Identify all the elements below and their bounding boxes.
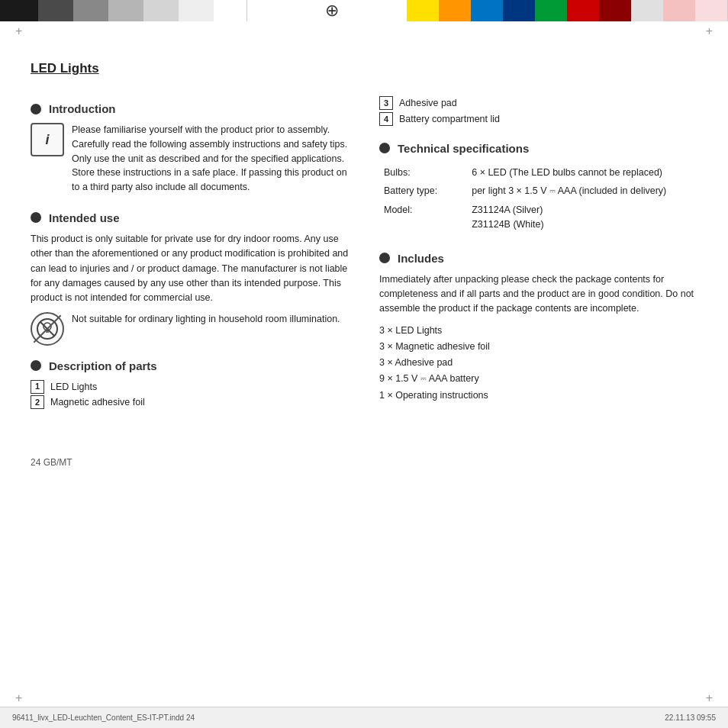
part-item-2: 2 Magnetic adhesive foil — [31, 395, 349, 410]
spec-label-model: Model: — [381, 201, 467, 234]
no-symbol-icon — [31, 312, 64, 346]
color-darkgray — [38, 0, 73, 21]
bullet-intended-use — [31, 212, 41, 223]
bullet-introduction — [31, 104, 41, 114]
color-lightpink — [663, 0, 695, 21]
spec-value-battery: per light 3 × 1.5 V ⎓ AAA (included in d… — [469, 182, 696, 200]
includes-item-3: 3 × Adhesive pad — [379, 355, 697, 371]
info-icon: i — [31, 123, 64, 156]
introduction-info-box: i Please familiarise yourself with the p… — [31, 123, 349, 201]
part-num-2: 2 — [31, 395, 44, 409]
section-tech-specs-heading: Technical specifications — [379, 142, 697, 155]
color-darkblue — [503, 0, 535, 21]
color-pink — [695, 0, 727, 21]
part-label-1: LED Lights — [50, 380, 97, 395]
color-midgray — [73, 0, 108, 21]
svg-point-0 — [37, 319, 57, 339]
color-darkred — [599, 0, 631, 21]
svg-line-1 — [40, 322, 54, 336]
crosshair-top-center: ⊕ — [325, 1, 339, 21]
corner-mark-tl: + — [15, 24, 22, 38]
spec-table: Bulbs: 6 × LED (The LED bulbs cannot be … — [379, 163, 697, 235]
spec-label-bulbs: Bulbs: — [381, 164, 467, 182]
warning-box: Not suitable for ordinary lighting in ho… — [31, 312, 349, 346]
bottom-bar-right: 22.11.13 09:55 — [665, 714, 716, 722]
spec-row-bulbs: Bulbs: 6 × LED (The LED bulbs cannot be … — [381, 164, 696, 182]
top-bar-right-colors — [407, 0, 728, 21]
section-includes-heading: Includes — [379, 252, 697, 265]
spec-row-model: Model: Z31124A (Silver)Z31124B (White) — [381, 201, 696, 234]
part-num-4: 4 — [379, 112, 393, 126]
includes-item-4: 9 × 1.5 V ⎓ AAA battery — [379, 371, 697, 387]
color-orange — [439, 0, 471, 21]
introduction-text: Please familiarise yourself with the pro… — [72, 123, 349, 195]
corner-mark-tr: + — [706, 24, 713, 38]
page-number: 24 GB/MT — [31, 456, 349, 470]
section-parts-heading: Description of parts — [31, 359, 349, 372]
page-number-area: 24 GB/MT — [31, 456, 349, 470]
color-red — [567, 0, 599, 21]
includes-item-5: 1 × Operating instructions — [379, 388, 697, 404]
parts-list: 1 LED Lights 2 Magnetic adhesive foil — [31, 380, 349, 411]
intended-use-text: This product is only suitable for privat… — [31, 232, 349, 306]
spec-label-battery: Battery type: — [381, 182, 467, 200]
color-black — [0, 0, 38, 21]
parts-title: Description of parts — [49, 359, 157, 372]
color-blue — [471, 0, 503, 21]
color-white — [214, 0, 247, 21]
color-yellow — [407, 0, 439, 21]
color-palesilver — [631, 0, 663, 21]
section-introduction-heading: Introduction — [31, 102, 349, 115]
top-bar-left-colors — [0, 0, 258, 21]
color-verylightgray — [179, 0, 214, 21]
bottom-bar: 96411_livx_LED-Leuchten_Content_ES-IT-PT… — [0, 707, 728, 728]
part-label-3: Adhesive pad — [399, 96, 457, 111]
page-title: LED Lights — [31, 61, 697, 76]
parts-list-right: 3 Adhesive pad 4 Battery compartment lid — [379, 96, 697, 127]
color-lightgray — [108, 0, 143, 21]
part-item-1: 1 LED Lights — [31, 380, 349, 395]
no-lighting-icon-svg — [36, 317, 59, 340]
includes-item-1: 3 × LED Lights — [379, 323, 697, 339]
top-color-bar: ⊕ — [0, 0, 728, 21]
bullet-includes — [379, 253, 390, 263]
spec-row-battery: Battery type: per light 3 × 1.5 V ⎓ AAA … — [381, 182, 696, 200]
tech-specs-title: Technical specifications — [398, 142, 529, 155]
part-label-2: Magnetic adhesive foil — [50, 395, 145, 410]
part-num-1: 1 — [31, 380, 44, 394]
spec-value-model: Z31124A (Silver)Z31124B (White) — [469, 201, 696, 234]
part-num-3: 3 — [379, 96, 393, 110]
bottom-bar-left: 96411_livx_LED-Leuchten_Content_ES-IT-PT… — [12, 714, 195, 722]
intended-use-title: Intended use — [49, 211, 120, 224]
warning-text: Not suitable for ordinary lighting in ho… — [72, 312, 340, 327]
color-green — [535, 0, 567, 21]
introduction-title: Introduction — [49, 102, 115, 115]
spec-value-bulbs: 6 × LED (The LED bulbs cannot be replace… — [469, 164, 696, 182]
part-item-4: 4 Battery compartment lid — [379, 112, 697, 127]
top-bar-center: ⊕ — [258, 0, 407, 21]
color-silvergray — [143, 0, 179, 21]
two-column-layout: Introduction i Please familiarise yourse… — [31, 92, 697, 476]
section-intended-use-heading: Intended use — [31, 211, 349, 224]
left-column: Introduction i Please familiarise yourse… — [31, 92, 349, 476]
part-label-4: Battery compartment lid — [399, 112, 500, 127]
part-item-3: 3 Adhesive pad — [379, 96, 697, 111]
includes-title: Includes — [398, 252, 444, 265]
bullet-tech-specs — [379, 143, 390, 153]
includes-list: 3 × LED Lights 3 × Magnetic adhesive foi… — [379, 323, 697, 404]
includes-intro: Immediately after unpacking please check… — [379, 272, 697, 317]
includes-item-2: 3 × Magnetic adhesive foil — [379, 339, 697, 355]
right-column: 3 Adhesive pad 4 Battery compartment lid… — [379, 92, 697, 476]
page-content: LED Lights Introduction i Please familia… — [0, 46, 728, 701]
bullet-parts — [31, 360, 41, 371]
